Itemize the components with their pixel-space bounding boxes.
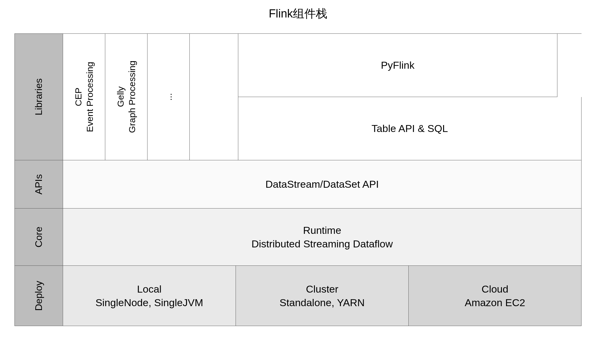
layer-core: Core Runtime Distributed Streaming Dataf… xyxy=(15,209,582,266)
layer-apis: APIs DataStream/DataSet API xyxy=(15,160,582,209)
libraries-right-group: PyFlink Table API & SQL xyxy=(238,34,582,160)
core-line2: Distributed Streaming Dataflow xyxy=(252,237,393,250)
apis-content: DataStream/DataSet API xyxy=(265,178,379,190)
lib-cep: CEP Event Processing xyxy=(63,34,105,160)
lib-more-label: ... xyxy=(163,93,174,101)
deploy-cluster-subtitle: Standalone, YARN xyxy=(280,296,365,309)
lib-cep-label: CEP Event Processing xyxy=(73,62,95,132)
diagram-title: Flink组件栈 xyxy=(269,6,327,21)
libraries-gap xyxy=(190,34,238,160)
lib-gelly: Gelly Graph Processing xyxy=(105,34,147,160)
lib-table-sql: Table API & SQL xyxy=(238,97,582,160)
layer-label-core: Core xyxy=(15,209,63,265)
deploy-local: Local SingleNode, SingleJVM xyxy=(63,266,236,326)
deploy-local-subtitle: SingleNode, SingleJVM xyxy=(95,296,203,309)
deploy-cloud-title: Cloud xyxy=(482,282,509,296)
label-text: Core xyxy=(33,227,44,247)
deploy-cluster-title: Cluster xyxy=(306,282,338,296)
layer-label-libraries: Libraries xyxy=(15,34,63,160)
layer-deploy: Deploy Local SingleNode, SingleJVM Clust… xyxy=(15,266,582,326)
label-text: APIs xyxy=(33,174,44,195)
layer-label-deploy: Deploy xyxy=(15,266,63,326)
deploy-local-title: Local xyxy=(137,282,161,296)
core-line1: Runtime xyxy=(303,224,341,237)
core-body: Runtime Distributed Streaming Dataflow xyxy=(63,209,582,265)
libraries-left-group: CEP Event Processing Gelly Graph Process… xyxy=(63,34,190,160)
lib-pyflink: PyFlink xyxy=(238,34,557,97)
flink-stack: Libraries CEP Event Processing Gelly Gra… xyxy=(14,33,582,326)
apis-body: DataStream/DataSet API xyxy=(63,160,582,208)
lib-more: ... xyxy=(147,34,190,160)
libraries-body: CEP Event Processing Gelly Graph Process… xyxy=(63,34,582,160)
lib-gelly-label: Gelly Graph Processing xyxy=(115,61,138,133)
deploy-cluster: Cluster Standalone, YARN xyxy=(236,266,409,326)
label-text: Deploy xyxy=(33,281,44,311)
deploy-cloud: Cloud Amazon EC2 xyxy=(409,266,582,326)
deploy-cloud-subtitle: Amazon EC2 xyxy=(465,296,525,309)
layer-label-apis: APIs xyxy=(15,160,63,208)
deploy-body: Local SingleNode, SingleJVM Cluster Stan… xyxy=(63,266,582,326)
layer-libraries: Libraries CEP Event Processing Gelly Gra… xyxy=(15,34,582,160)
label-text: Libraries xyxy=(33,78,44,115)
